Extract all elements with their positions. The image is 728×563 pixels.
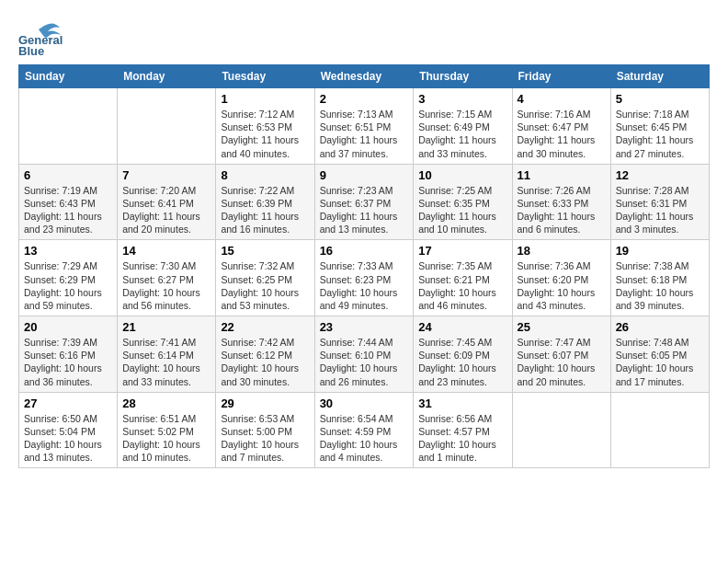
calendar-cell: 24Sunrise: 7:45 AM Sunset: 6:09 PM Dayli… [414,316,512,393]
day-info: Sunrise: 6:54 AM Sunset: 4:59 PM Dayligh… [320,412,409,465]
calendar-cell: 8Sunrise: 7:22 AM Sunset: 6:39 PM Daylig… [216,164,314,240]
day-number: 7 [122,168,210,182]
day-number: 21 [122,320,210,334]
week-row-2: 6Sunrise: 7:19 AM Sunset: 6:43 PM Daylig… [19,164,710,240]
col-header-thursday: Thursday [414,65,512,88]
calendar-cell: 19Sunrise: 7:38 AM Sunset: 6:18 PM Dayli… [610,240,709,316]
col-header-tuesday: Tuesday [216,65,314,88]
calendar-cell: 29Sunrise: 6:53 AM Sunset: 5:00 PM Dayli… [216,392,314,468]
page-header: GeneralBlue [18,18,710,55]
day-info: Sunrise: 7:12 AM Sunset: 6:53 PM Dayligh… [221,108,309,160]
calendar-cell: 18Sunrise: 7:36 AM Sunset: 6:20 PM Dayli… [512,240,610,316]
day-number: 15 [221,244,309,258]
calendar-cell: 27Sunrise: 6:50 AM Sunset: 5:04 PM Dayli… [19,392,118,468]
day-info: Sunrise: 7:44 AM Sunset: 6:10 PM Dayligh… [320,336,409,388]
col-header-wednesday: Wednesday [314,65,414,88]
day-info: Sunrise: 7:22 AM Sunset: 6:39 PM Dayligh… [221,184,309,236]
day-info: Sunrise: 7:45 AM Sunset: 6:09 PM Dayligh… [418,336,506,388]
day-number: 29 [221,396,309,410]
calendar-cell: 6Sunrise: 7:19 AM Sunset: 6:43 PM Daylig… [19,164,118,240]
calendar-cell: 25Sunrise: 7:47 AM Sunset: 6:07 PM Dayli… [512,316,610,393]
day-info: Sunrise: 7:20 AM Sunset: 6:41 PM Dayligh… [122,184,210,236]
day-number: 22 [221,320,309,334]
day-number: 18 [518,244,606,258]
calendar-cell: 28Sunrise: 6:51 AM Sunset: 5:02 PM Dayli… [118,392,216,468]
calendar-cell [610,392,709,468]
calendar-cell: 15Sunrise: 7:32 AM Sunset: 6:25 PM Dayli… [216,240,314,316]
week-row-4: 20Sunrise: 7:39 AM Sunset: 6:16 PM Dayli… [19,316,710,393]
calendar-cell: 31Sunrise: 6:56 AM Sunset: 4:57 PM Dayli… [414,392,512,468]
day-info: Sunrise: 7:26 AM Sunset: 6:33 PM Dayligh… [518,184,606,236]
logo-svg: GeneralBlue [18,18,64,55]
day-number: 14 [122,244,210,258]
week-row-5: 27Sunrise: 6:50 AM Sunset: 5:04 PM Dayli… [19,392,710,468]
day-number: 11 [518,168,606,182]
day-info: Sunrise: 6:56 AM Sunset: 4:57 PM Dayligh… [418,412,506,465]
calendar-cell: 10Sunrise: 7:25 AM Sunset: 6:35 PM Dayli… [414,164,512,240]
day-number: 9 [320,168,409,182]
day-number: 27 [24,396,112,410]
day-info: Sunrise: 7:23 AM Sunset: 6:37 PM Dayligh… [320,184,409,236]
calendar-cell: 21Sunrise: 7:41 AM Sunset: 6:14 PM Dayli… [118,316,216,393]
calendar-cell: 20Sunrise: 7:39 AM Sunset: 6:16 PM Dayli… [19,316,118,393]
calendar-cell: 11Sunrise: 7:26 AM Sunset: 6:33 PM Dayli… [512,164,610,240]
calendar-cell: 22Sunrise: 7:42 AM Sunset: 6:12 PM Dayli… [216,316,314,393]
day-info: Sunrise: 7:39 AM Sunset: 6:16 PM Dayligh… [24,336,112,388]
calendar-cell: 2Sunrise: 7:13 AM Sunset: 6:51 PM Daylig… [314,88,414,165]
day-info: Sunrise: 7:48 AM Sunset: 6:05 PM Dayligh… [616,336,704,388]
day-info: Sunrise: 7:19 AM Sunset: 6:43 PM Dayligh… [24,184,112,236]
day-info: Sunrise: 7:18 AM Sunset: 6:45 PM Dayligh… [616,108,704,160]
calendar-header-row: SundayMondayTuesdayWednesdayThursdayFrid… [19,65,710,88]
day-number: 17 [418,244,506,258]
day-info: Sunrise: 7:33 AM Sunset: 6:23 PM Dayligh… [320,259,409,312]
day-number: 6 [24,168,112,182]
calendar-cell [512,392,610,468]
day-number: 20 [24,320,112,334]
col-header-monday: Monday [118,65,216,88]
day-info: Sunrise: 7:47 AM Sunset: 6:07 PM Dayligh… [518,336,606,388]
calendar-cell: 17Sunrise: 7:35 AM Sunset: 6:21 PM Dayli… [414,240,512,316]
calendar-cell: 9Sunrise: 7:23 AM Sunset: 6:37 PM Daylig… [314,164,414,240]
svg-text:Blue: Blue [18,44,44,55]
day-number: 5 [616,92,704,106]
calendar-cell [118,88,216,165]
calendar-cell: 30Sunrise: 6:54 AM Sunset: 4:59 PM Dayli… [314,392,414,468]
calendar-cell: 12Sunrise: 7:28 AM Sunset: 6:31 PM Dayli… [610,164,709,240]
calendar-cell [19,88,118,165]
day-info: Sunrise: 7:38 AM Sunset: 6:18 PM Dayligh… [616,259,704,312]
day-info: Sunrise: 7:28 AM Sunset: 6:31 PM Dayligh… [616,184,704,236]
day-info: Sunrise: 7:30 AM Sunset: 6:27 PM Dayligh… [122,259,210,312]
day-number: 13 [24,244,112,258]
calendar-cell: 4Sunrise: 7:16 AM Sunset: 6:47 PM Daylig… [512,88,610,165]
day-info: Sunrise: 7:16 AM Sunset: 6:47 PM Dayligh… [518,108,606,160]
day-info: Sunrise: 7:29 AM Sunset: 6:29 PM Dayligh… [24,259,112,312]
day-number: 2 [320,92,409,106]
calendar-cell: 23Sunrise: 7:44 AM Sunset: 6:10 PM Dayli… [314,316,414,393]
col-header-sunday: Sunday [19,65,118,88]
day-number: 10 [418,168,506,182]
day-info: Sunrise: 7:41 AM Sunset: 6:14 PM Dayligh… [122,336,210,388]
calendar-cell: 14Sunrise: 7:30 AM Sunset: 6:27 PM Dayli… [118,240,216,316]
day-number: 16 [320,244,409,258]
day-number: 26 [616,320,704,334]
calendar-cell: 7Sunrise: 7:20 AM Sunset: 6:41 PM Daylig… [118,164,216,240]
day-info: Sunrise: 7:13 AM Sunset: 6:51 PM Dayligh… [320,108,409,160]
calendar-cell: 3Sunrise: 7:15 AM Sunset: 6:49 PM Daylig… [414,88,512,165]
day-number: 8 [221,168,309,182]
calendar-table: SundayMondayTuesdayWednesdayThursdayFrid… [18,64,710,468]
day-number: 31 [418,396,506,410]
day-number: 23 [320,320,409,334]
calendar-cell: 5Sunrise: 7:18 AM Sunset: 6:45 PM Daylig… [610,88,709,165]
day-info: Sunrise: 7:15 AM Sunset: 6:49 PM Dayligh… [418,108,506,160]
day-number: 25 [518,320,606,334]
day-info: Sunrise: 7:35 AM Sunset: 6:21 PM Dayligh… [418,259,506,312]
logo: GeneralBlue [18,18,64,55]
day-info: Sunrise: 7:42 AM Sunset: 6:12 PM Dayligh… [221,336,309,388]
day-info: Sunrise: 7:32 AM Sunset: 6:25 PM Dayligh… [221,259,309,312]
week-row-3: 13Sunrise: 7:29 AM Sunset: 6:29 PM Dayli… [19,240,710,316]
day-number: 28 [122,396,210,410]
col-header-saturday: Saturday [610,65,709,88]
day-number: 24 [418,320,506,334]
day-number: 12 [616,168,704,182]
day-number: 30 [320,396,409,410]
